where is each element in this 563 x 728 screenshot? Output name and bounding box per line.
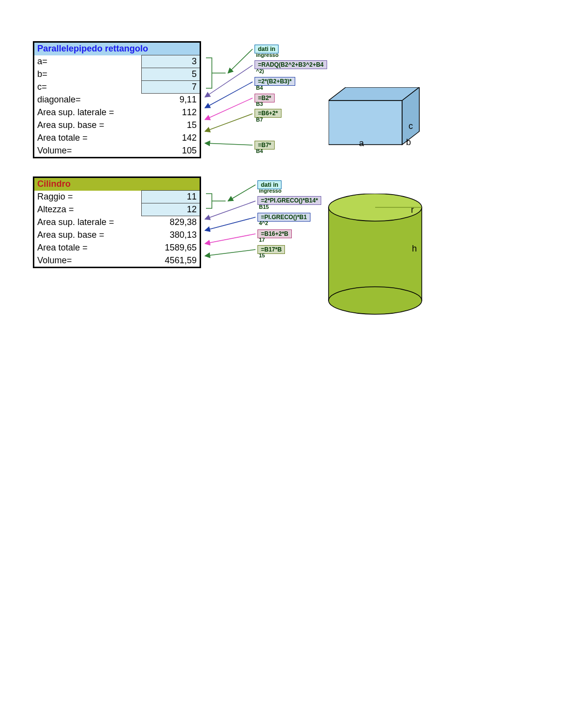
svg-line-4 [205,65,253,97]
formula-cyl-base-sub: 4^2 [259,220,268,226]
formula-volume-sub: B4 [256,148,263,154]
row-label: Area totale = [34,132,142,145]
value-vol: 4561,59 [142,254,201,268]
value-tot: 1589,65 [142,242,201,254]
cylinder-table: Cilindro Raggio = 11 Altezza = 12 Area s… [33,176,201,268]
formula-lateral-sub: B4 [256,85,263,91]
row-label: Volume= [34,254,142,268]
input-a[interactable]: 3 [142,55,201,68]
svg-line-6 [205,98,253,120]
svg-line-15 [205,217,256,230]
formula-cyl-total-sub: 17 [259,237,265,243]
cylinder-shape [324,194,432,321]
parallelepiped-table: Parallelepipedo rettangolo a= 3 b= 5 c= … [33,41,201,158]
svg-point-10 [329,287,422,314]
svg-line-14 [205,201,256,219]
value-base: 15 [142,119,201,132]
row-label: a= [34,55,142,68]
svg-line-16 [205,234,256,244]
formula-cyl-volume-sub: 15 [259,252,265,258]
formula-diagonal: =RADQ(B2^2+B3^2+B4 [255,60,327,69]
svg-line-8 [205,143,253,145]
formula-diagonal-sub: ^2) [256,68,264,74]
input-data-label-sub: ingresso [256,52,279,58]
row-label: Area sup. base = [34,229,142,242]
value-tot: 142 [142,132,201,145]
dim-h: h [412,244,417,254]
value-base: 380,13 [142,229,201,242]
row-label: b= [34,68,142,81]
row-label: Area totale = [34,242,142,254]
dim-r: r [411,205,414,215]
row-label: Raggio = [34,191,142,203]
table-title: Parallelepipedo rettangolo [34,42,201,55]
formula-cyl-lateral-sub: B15 [259,204,269,210]
row-label: Area sup. laterale = [34,216,142,229]
cuboid-shape [329,87,432,151]
svg-line-13 [228,185,256,201]
formula-base-sub: B3 [256,101,263,107]
value-lat: 112 [142,106,201,119]
formula-total-sub: B7 [256,117,263,123]
svg-line-5 [205,82,253,108]
svg-line-17 [205,250,256,256]
value-lat: 829,38 [142,216,201,229]
row-label: diagonale= [34,94,142,106]
value-diag: 9,11 [142,94,201,106]
input-r[interactable]: 11 [142,191,201,203]
row-label: Altezza = [34,203,142,216]
table-title: Cilindro [34,177,201,191]
svg-line-7 [205,114,253,131]
dim-c: c [409,121,413,131]
input-b[interactable]: 5 [142,68,201,81]
value-vol: 105 [142,145,201,158]
dim-a: a [359,138,364,149]
row-label: Area sup. laterale = [34,106,142,119]
row-label: Area sup. base = [34,119,142,132]
svg-line-3 [228,49,253,73]
calc-table-1: Parallelepipedo rettangolo a= 3 b= 5 c= … [33,41,201,158]
svg-marker-0 [329,100,402,145]
dim-b: b [406,137,411,148]
input-c[interactable]: 7 [142,81,201,94]
row-label: Volume= [34,145,142,158]
input-h[interactable]: 12 [142,203,201,216]
calc-table-2: Cilindro Raggio = 11 Altezza = 12 Area s… [33,176,201,268]
input-data-label-2-sub: ingresso [259,188,282,194]
row-label: c= [34,81,142,94]
